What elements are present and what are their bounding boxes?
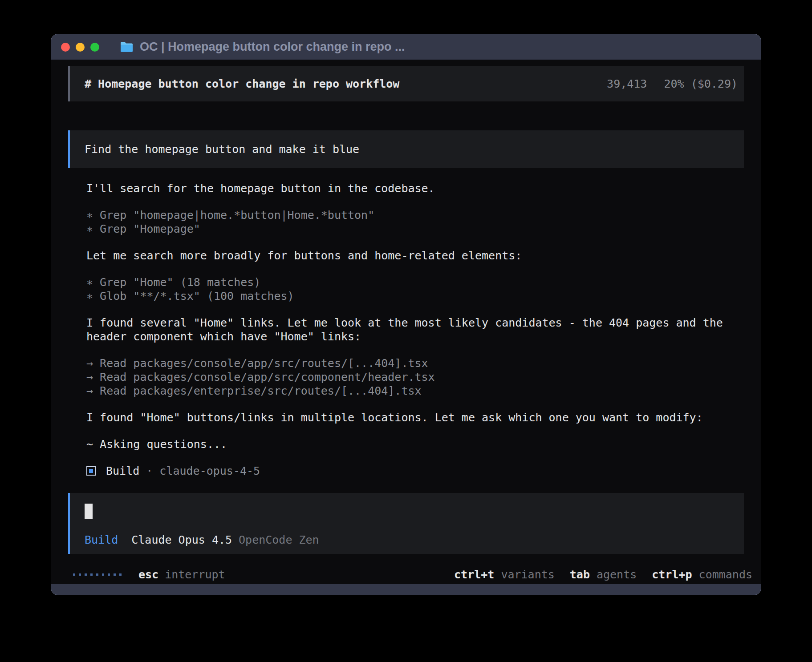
session-meta: 39,413 20% ($0.29) [607,77,738,91]
working-spinner-dots [73,573,122,576]
transcript-line: ∗ Grep "Homepage" [86,222,744,236]
zoom-button[interactable] [90,43,99,52]
text-cursor [85,504,93,519]
provider-label: OpenCode Zen [239,533,319,547]
user-message: Find the homepage button and make it blu… [68,130,744,168]
spinner-dot [114,573,116,576]
spinner-dot [119,573,122,576]
transcript-line: → Read packages/enterprise/src/routes/[.… [86,384,744,398]
folder-icon [120,41,134,53]
status-left: esc interrupt [73,568,225,581]
traffic-lights [61,43,99,52]
spinner-dot [96,573,98,576]
user-message-text: Find the homepage button and make it blu… [85,142,359,156]
window-title: OC | Homepage button color change in rep… [140,40,405,54]
minimize-button[interactable] [76,43,85,52]
spinner-dot [90,573,93,576]
hint-label: agents [597,568,637,581]
spinner-dot [85,573,87,576]
session-title: # Homepage button color change in repo w… [85,77,399,91]
transcript-line: I'll search for the homepage button in t… [86,182,744,195]
hint-label: commands [699,568,752,581]
hint-key: tab [570,568,590,581]
transcript-line: → Read packages/console/app/src/routes/[… [86,356,744,370]
model-selector-row: Build Claude Opus 4.5 OpenCode Zen [85,533,744,547]
context-cost: 20% ($0.29) [664,77,738,91]
window-titlebar: OC | Homepage button color change in rep… [51,34,761,60]
agent-model-name: claude-opus-4-5 [159,464,260,478]
keyboard-hint: ctrl+tvariants [454,568,555,581]
transcript-line: → Read packages/console/app/src/componen… [86,370,744,384]
transcript-line: ∗ Grep "Home" (18 matches) [86,275,744,289]
window-footer-strip [51,584,761,595]
hint-key: ctrl+t [454,568,494,581]
transcript-line: ∗ Glob "**/*.tsx" (100 matches) [86,289,744,303]
model-label: Claude Opus 4.5 [131,533,232,547]
transcript-line: I found several "Home" links. Let me loo… [86,316,744,330]
transcript-line: I found "Home" buttons/links in multiple… [86,411,744,424]
session-header: # Homepage button color change in repo w… [68,66,744,101]
mode-label: Build [85,533,118,547]
terminal-window: OC | Homepage button color change in rep… [51,34,761,595]
prompt-input[interactable]: Build Claude Opus 4.5 OpenCode Zen [68,493,744,554]
transcript-line: header component which have "Home" links… [86,330,744,343]
transcript-line: Let me search more broadly for buttons a… [86,249,744,262]
token-count: 39,413 [607,77,647,91]
build-agent-icon [86,466,96,476]
esc-key-label: interrupt [165,568,225,581]
agent-status-row: Build · claude-opus-4-5 [86,464,754,478]
spinner-dot [102,573,104,576]
close-button[interactable] [61,43,70,52]
keyboard-hint: tabagents [570,568,637,581]
spinner-dot [79,573,81,576]
transcript-line: ~ Asking questions... [86,437,744,451]
keyboard-hint: ctrl+pcommands [652,568,752,581]
hint-label: variants [501,568,554,581]
agent-name: Build [106,464,139,478]
status-bar: esc interrupt ctrl+tvariantstabagentsctr… [73,568,752,581]
spinner-dot [73,573,75,576]
spinner-dot [108,573,110,576]
terminal-content: # Homepage button color change in repo w… [51,60,761,584]
status-right: ctrl+tvariantstabagentsctrl+pcommands [454,568,752,581]
assistant-transcript: I'll search for the homepage button in t… [58,182,744,451]
transcript-line: ∗ Grep "homepage|home.*button|Home.*butt… [86,208,744,222]
agent-separator-dot: · [146,464,153,478]
hint-key: ctrl+p [652,568,692,581]
esc-key-hint: esc [138,568,158,581]
